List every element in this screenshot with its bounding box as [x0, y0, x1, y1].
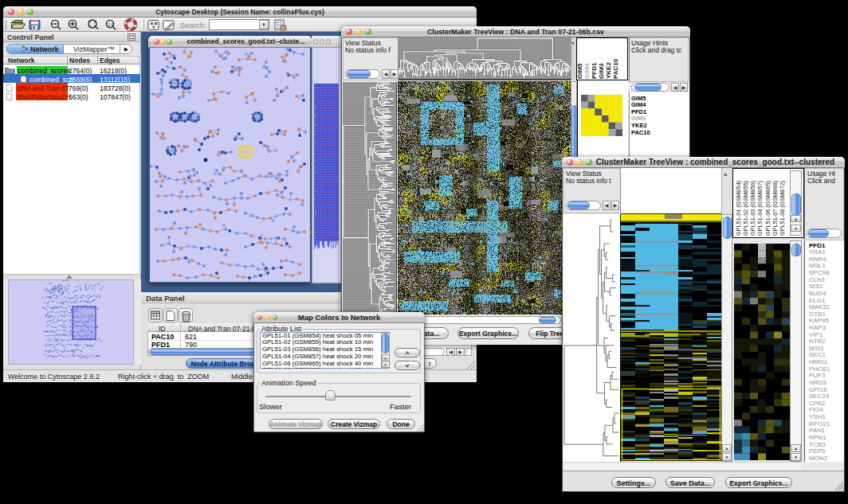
svg-text:GPL51-01 (GSM854): GPL51-01 (GSM854) — [735, 181, 742, 236]
svg-text:GIM3: GIM3 — [598, 63, 605, 79]
svg-text:GPL51-06 (GSM865): GPL51-06 (GSM865) — [764, 181, 771, 236]
svg-text:PAC10: PAC10 — [612, 58, 619, 79]
svg-text:PFD1: PFD1 — [591, 62, 598, 79]
svg-text:1:1: 1:1 — [108, 22, 114, 27]
svg-text:GIM4: GIM4 — [583, 63, 591, 79]
svg-text:GPL51-02 (GSM855): GPL51-02 (GSM855) — [742, 181, 749, 236]
svg-text:GPL51-08 (GSM872): GPL51-08 (GSM872) — [779, 181, 786, 236]
svg-text:GPL51-03 (GSM856): GPL51-03 (GSM856) — [749, 181, 756, 236]
svg-text:GPL51-07 (GSM868): GPL51-07 (GSM868) — [771, 181, 779, 236]
svg-text:GIM5: GIM5 — [576, 63, 583, 79]
svg-text:GPL51-04 (GSM857): GPL51-04 (GSM857) — [756, 181, 764, 236]
svg-text:YKE2: YKE2 — [605, 62, 612, 79]
